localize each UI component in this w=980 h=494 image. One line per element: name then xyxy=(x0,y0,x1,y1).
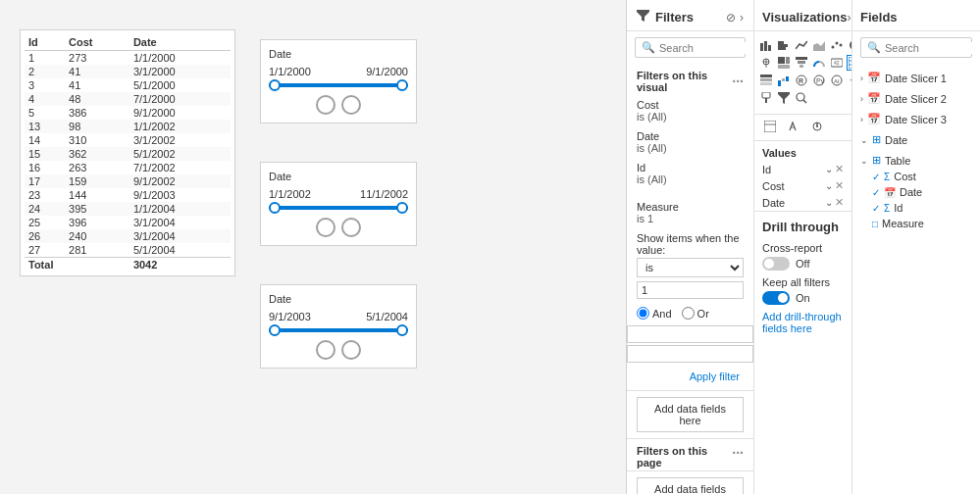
table-row: 2413/1/2000 xyxy=(25,65,231,78)
viz-line-icon[interactable] xyxy=(794,37,809,53)
svg-point-9 xyxy=(840,44,843,47)
viz-format-paint-icon[interactable] xyxy=(758,90,774,106)
filters-search-input[interactable] xyxy=(659,42,754,54)
viz-ai-icon[interactable]: AI xyxy=(829,73,845,88)
field-group-date-header[interactable]: ⌄ ⊞ Date xyxy=(852,131,980,148)
second-condition-input[interactable] xyxy=(627,325,753,343)
viz-scatter-icon[interactable] xyxy=(829,37,845,53)
value-chip-date: Date ⌄ ✕ xyxy=(754,194,851,211)
slicer-3-fill xyxy=(269,328,408,332)
viz-area-icon[interactable] xyxy=(811,37,827,53)
apply-filter-button[interactable]: Apply filter xyxy=(686,369,744,384)
add-drill-link[interactable]: Add drill-through fields here xyxy=(762,311,844,334)
calendar-icon-slicer2: 📅 xyxy=(867,92,881,105)
third-condition-input[interactable] xyxy=(627,345,753,363)
field-item-date[interactable]: ✓ 📅 Date xyxy=(852,184,980,200)
add-data-visual-section: Add data fields here xyxy=(627,390,753,438)
table-cell: 26 xyxy=(25,229,65,243)
chip-cost-name: Cost xyxy=(762,180,785,192)
field-item-measure[interactable]: □ Measure xyxy=(852,216,980,231)
viz-map-icon[interactable] xyxy=(758,55,774,71)
viz-r-icon[interactable]: R xyxy=(794,73,809,88)
filter-measure: Measure is 1 xyxy=(627,197,753,228)
slicer-1-handle-left[interactable] xyxy=(269,79,281,91)
table-row: 153625/1/2002 xyxy=(25,147,231,161)
fields-search-input[interactable] xyxy=(885,42,980,54)
page-filter-dots[interactable]: ··· xyxy=(732,445,744,469)
viz-magnify-icon[interactable] xyxy=(794,90,809,106)
search-icon: 🔍 xyxy=(642,41,655,54)
filters-panel-title: Filters xyxy=(655,10,694,25)
col-header-date: Date xyxy=(129,34,231,51)
field-group-date: ⌄ ⊞ Date xyxy=(852,129,980,150)
or-radio-label[interactable]: Or xyxy=(682,307,709,320)
chip-cost-arrow[interactable]: ⌄ xyxy=(825,180,833,191)
slicer-2-handle-left[interactable] xyxy=(269,202,281,214)
expand-icon[interactable]: › xyxy=(740,11,744,25)
filter-date: Date is (All) xyxy=(627,126,753,158)
and-radio[interactable] xyxy=(637,307,649,320)
viz-expand-icon[interactable]: › xyxy=(847,11,851,25)
field-item-cost[interactable]: ✓ Σ Cost xyxy=(852,169,980,184)
viz-matrix-icon[interactable] xyxy=(758,73,774,88)
viz-treemap-icon[interactable] xyxy=(776,55,792,71)
field-calendar-date: 📅 xyxy=(884,187,896,198)
viz-tab-format[interactable] xyxy=(782,117,805,140)
chip-id-remove[interactable]: ✕ xyxy=(835,163,844,175)
slicer-circle xyxy=(341,340,361,360)
field-group-date-slicer-1-header[interactable]: › 📅 Date Slicer 1 xyxy=(852,70,980,86)
viz-tab-analytics[interactable] xyxy=(805,117,829,140)
slicer-2-handle-right[interactable] xyxy=(396,202,408,214)
field-item-id[interactable]: ✓ Σ Id xyxy=(852,200,980,216)
field-group-table-header[interactable]: ⌄ ⊞ Table xyxy=(852,152,980,169)
viz-tab-fields[interactable] xyxy=(758,117,782,140)
chip-date-arrow[interactable]: ⌄ xyxy=(825,197,833,208)
cross-report-toggle[interactable] xyxy=(762,257,790,271)
field-group-date-slicer-3-header[interactable]: › 📅 Date Slicer 3 xyxy=(852,111,980,127)
viz-waterfall-icon[interactable] xyxy=(776,73,792,88)
condition-value-input[interactable] xyxy=(637,281,744,299)
filters-section-dots[interactable]: ··· xyxy=(732,74,744,89)
keep-filters-toggle[interactable] xyxy=(762,291,790,305)
slicer-2-track[interactable] xyxy=(269,206,408,210)
svg-rect-39 xyxy=(762,92,770,98)
viz-col-icon[interactable] xyxy=(776,37,792,53)
slicer-circle xyxy=(341,95,361,115)
field-group-date-slicer-2-header[interactable]: › 📅 Date Slicer 2 xyxy=(852,90,980,107)
viz-bar-icon[interactable] xyxy=(758,37,774,53)
viz-funnel-icon[interactable] xyxy=(794,55,809,71)
condition-select[interactable]: is is not is less than is greater than xyxy=(637,258,744,277)
slicer-3-handle-left[interactable] xyxy=(269,324,281,336)
table-cell: 9/1/2003 xyxy=(129,188,231,202)
cross-report-label: Cross-report xyxy=(762,242,844,254)
chip-id-arrow[interactable]: ⌄ xyxy=(825,164,833,174)
slicer-1-track[interactable] xyxy=(269,83,408,87)
filters-panel-icons: ⊘ › xyxy=(726,11,744,25)
or-radio[interactable] xyxy=(682,307,695,320)
svg-text:Py: Py xyxy=(816,77,825,85)
field-group-name-slicer2: Date Slicer 2 xyxy=(885,93,947,105)
slicer-circle xyxy=(341,218,361,237)
slicer-1-handle-right[interactable] xyxy=(396,79,408,91)
add-data-visual-button[interactable]: Add data fields here xyxy=(637,397,744,432)
filters-search-box[interactable]: 🔍 xyxy=(635,37,746,58)
viz-filter-visual-icon[interactable] xyxy=(776,90,792,106)
eraser-icon[interactable]: ⊘ xyxy=(726,11,736,25)
chip-date-remove[interactable]: ✕ xyxy=(835,196,844,209)
slicer-3-from: 9/1/2003 xyxy=(269,311,311,322)
fields-search-box[interactable]: 🔍 xyxy=(860,37,972,58)
value-chip-id: Id ⌄ ✕ xyxy=(754,161,851,177)
viz-gauge-icon[interactable] xyxy=(811,55,827,71)
cross-report-row: Cross-report Off xyxy=(762,242,844,271)
chip-cost-remove[interactable]: ✕ xyxy=(835,179,844,192)
slicer-3-handle-right[interactable] xyxy=(396,324,408,336)
viz-python-icon[interactable]: Py xyxy=(811,73,827,88)
viz-panel-header: Visualizations › xyxy=(754,0,851,31)
viz-card-icon[interactable]: 42 xyxy=(829,55,845,71)
viz-tab-row xyxy=(754,117,851,141)
slicer-1: Date 1/1/2000 9/1/2000 xyxy=(260,39,417,124)
and-radio-label[interactable]: And xyxy=(637,307,672,320)
add-data-page-button[interactable]: Add data fields here xyxy=(637,477,744,494)
filter-cost-value: is (All) xyxy=(637,111,744,123)
slicer-3-track[interactable] xyxy=(269,328,408,332)
